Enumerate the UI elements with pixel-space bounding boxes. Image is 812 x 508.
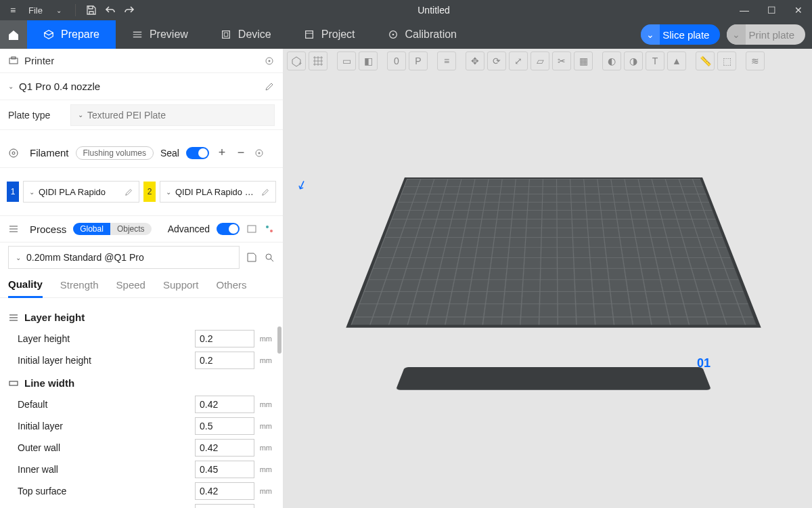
tab-support[interactable]: Support: [163, 272, 199, 298]
filament-edit-icon[interactable]: [125, 188, 133, 196]
text-tool-icon[interactable]: T: [646, 51, 664, 70]
chevron-down-icon: ⌄: [8, 83, 14, 90]
compare-icon[interactable]: [246, 224, 257, 234]
settings-panel[interactable]: Layer height Layer height0.2mm Initial l…: [0, 298, 283, 508]
group-layer-height[interactable]: Layer height: [8, 312, 275, 323]
process-scope-objects[interactable]: Objects: [110, 223, 152, 235]
measure-icon[interactable]: 📏: [696, 51, 715, 70]
flatten-icon[interactable]: ▱: [531, 51, 549, 70]
window-close-button[interactable]: ✕: [785, 0, 812, 20]
filament-selector-2[interactable]: ⌄ QIDI PLA Rapido M...: [160, 181, 276, 203]
default-line-width-input[interactable]: 0.42: [195, 396, 254, 413]
cut-icon[interactable]: ✂: [552, 51, 571, 70]
slice-dropdown-chevron-icon[interactable]: ⌄: [641, 24, 660, 45]
printer-settings-icon[interactable]: [264, 56, 275, 66]
tab-prepare[interactable]: Prepare: [27, 20, 116, 49]
tool-p-icon[interactable]: P: [409, 51, 428, 70]
split-icon[interactable]: ≡: [437, 51, 456, 70]
print-dropdown-chevron-icon[interactable]: ⌄: [727, 24, 746, 45]
group-line-width[interactable]: Line width: [8, 377, 275, 389]
layer-height-input[interactable]: 0.2: [195, 330, 254, 347]
tab-project-label: Project: [321, 28, 355, 41]
file-menu-chevron-icon[interactable]: ⌄: [51, 7, 67, 14]
seam-paint-icon[interactable]: ◑: [624, 51, 643, 70]
tune-icon[interactable]: [264, 224, 275, 234]
viewport-3d[interactable]: + ▭ ◧ 0 P ≡ ✥ ⟳ ⤢ ▱ ✂ ▦ ◐ ◑ T ▲ 📏 ⬚: [283, 49, 812, 508]
plate-number-label: 01: [697, 356, 710, 371]
add-filament-button[interactable]: +: [216, 146, 228, 160]
redo-icon[interactable]: [122, 3, 137, 18]
tab-strength[interactable]: Strength: [60, 272, 99, 298]
filament-settings-icon[interactable]: [254, 148, 265, 158]
filament-selector-1[interactable]: ⌄ QIDI PLA Rapido: [23, 181, 139, 203]
orient-icon[interactable]: ◧: [359, 51, 378, 70]
build-plate: [405, 177, 702, 408]
remove-filament-button[interactable]: −: [235, 146, 247, 160]
slice-plate-button[interactable]: ⌄ Slice plate: [641, 24, 720, 45]
filament-icon: [8, 148, 19, 158]
outer-wall-line-width-input[interactable]: 0.42: [195, 439, 254, 457]
setting-label: Outer wall: [8, 442, 195, 453]
process-preset-selector[interactable]: ⌄ 0.20mm Standard @Q1 Pro: [8, 246, 240, 269]
save-icon[interactable]: [84, 3, 99, 18]
assembly-icon[interactable]: ⬚: [717, 51, 736, 70]
svg-point-8: [269, 60, 271, 62]
color-paint-icon[interactable]: ▲: [667, 51, 686, 70]
flushing-volumes-button[interactable]: Flushing volumes: [76, 146, 154, 160]
scrollbar[interactable]: [277, 326, 281, 354]
preset-search-icon[interactable]: [264, 252, 275, 263]
plate-type-selector[interactable]: ⌄ Textured PEI Plate: [70, 104, 275, 126]
process-scope-segment[interactable]: Global Objects: [73, 223, 151, 235]
scale-icon[interactable]: ⤢: [509, 51, 528, 70]
filament-swatch-2[interactable]: 2: [143, 182, 156, 202]
support-paint-icon[interactable]: ◐: [602, 51, 621, 70]
filament-swatch-1[interactable]: 1: [7, 182, 19, 202]
svg-point-9: [9, 149, 18, 157]
tab-calibration[interactable]: Calibration: [371, 20, 473, 49]
home-button[interactable]: [0, 20, 27, 49]
printer-icon: [8, 56, 19, 66]
preset-save-icon[interactable]: [246, 252, 257, 263]
tab-speed[interactable]: Speed: [116, 272, 145, 298]
process-scope-global[interactable]: Global: [73, 223, 110, 235]
initial-layer-height-input[interactable]: 0.2: [195, 352, 254, 369]
rotate-icon[interactable]: ⟳: [487, 51, 506, 70]
chevron-down-icon: ⌄: [166, 188, 171, 196]
variable-layer-icon[interactable]: ≋: [746, 51, 765, 70]
tab-quality[interactable]: Quality: [8, 272, 43, 298]
printer-selector[interactable]: ⌄ Q1 Pro 0.4 nozzle: [0, 73, 283, 100]
viewport-toolbar: + ▭ ◧ 0 P ≡ ✥ ⟳ ⤢ ▱ ✂ ▦ ◐ ◑ T ▲ 📏 ⬚: [287, 51, 765, 70]
svg-point-4: [392, 34, 394, 36]
tab-preview[interactable]: Preview: [116, 20, 204, 49]
sidebar: Printer ⌄ Q1 Pro 0.4 nozzle Plate type ⌄…: [0, 49, 283, 508]
setting-label: Inner wall: [8, 464, 195, 475]
add-plate-icon[interactable]: [309, 51, 328, 70]
plate-type-value: Textured PEI Plate: [87, 110, 166, 121]
printer-edit-icon[interactable]: [265, 81, 275, 91]
tool-o-icon[interactable]: 0: [387, 51, 406, 70]
navbar: Prepare Preview Device Project Calibrati…: [0, 20, 812, 49]
advanced-toggle[interactable]: [217, 223, 240, 235]
window-maximize-button[interactable]: ☐: [758, 0, 785, 20]
tab-others[interactable]: Others: [217, 272, 247, 298]
filament-edit-icon[interactable]: [261, 188, 270, 196]
layer-height-icon: [8, 312, 19, 323]
tab-project[interactable]: Project: [288, 20, 371, 49]
file-menu[interactable]: File: [24, 4, 47, 17]
window-minimize-button[interactable]: ―: [731, 0, 758, 20]
preview-icon: [132, 29, 143, 40]
arrange-icon[interactable]: ▭: [337, 51, 356, 70]
print-plate-button[interactable]: ⌄ Print plate: [727, 24, 805, 45]
tab-device[interactable]: Device: [204, 20, 288, 49]
move-icon[interactable]: ✥: [466, 51, 484, 70]
add-cube-icon[interactable]: +: [287, 51, 306, 70]
sparse-infill-line-width-input[interactable]: 0.45: [195, 504, 254, 508]
top-surface-line-width-input[interactable]: 0.42: [195, 482, 254, 500]
device-icon: [221, 29, 231, 40]
initial-layer-line-width-input[interactable]: 0.5: [195, 417, 254, 435]
undo-icon[interactable]: [103, 3, 118, 18]
seal-toggle[interactable]: [186, 147, 209, 159]
mesh-icon[interactable]: ▦: [574, 51, 593, 70]
menu-icon[interactable]: ≡: [5, 3, 20, 18]
inner-wall-line-width-input[interactable]: 0.45: [195, 461, 254, 478]
